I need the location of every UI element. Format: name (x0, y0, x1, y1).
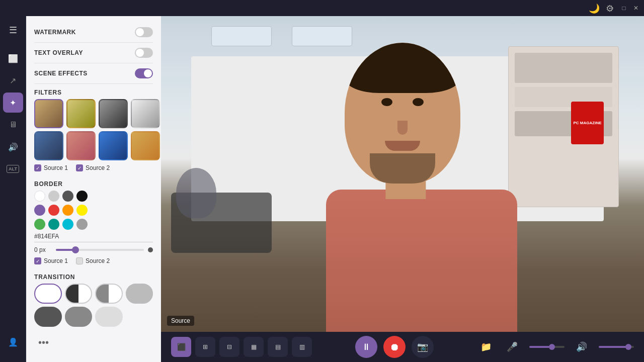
background-person (166, 168, 226, 268)
layout-3-icon: ⊟ (227, 343, 232, 350)
border-color-darkgray[interactable] (62, 191, 73, 202)
volume-thumb-1[interactable] (549, 344, 555, 350)
border-hex-input[interactable]: #814EFA (34, 233, 74, 240)
border-source1-check-icon: ✓ (34, 257, 41, 264)
layout-button-1[interactable]: ⬛ (171, 337, 191, 357)
person-mouth (385, 141, 420, 151)
layout-button-3[interactable]: ⊟ (219, 337, 239, 357)
border-source2-checkbox[interactable]: Source 2 (76, 257, 110, 264)
mic-button[interactable]: 🎤 (503, 338, 521, 356)
sidebar-item-scene[interactable]: ⬜ (3, 48, 23, 68)
layout-button-4[interactable]: ▦ (244, 337, 264, 357)
filters-source2-check-icon: ✓ (76, 164, 83, 171)
border-color-purple[interactable] (34, 205, 45, 216)
layout-button-6[interactable]: ▥ (292, 337, 312, 357)
watermark-toggle[interactable] (135, 27, 153, 37)
hamburger-menu-button[interactable]: ☰ (3, 20, 23, 40)
transition-item-3[interactable] (95, 284, 123, 304)
border-slider-thumb[interactable] (72, 246, 79, 253)
layout-buttons: ⬛ ⊞ ⊟ ▦ ▤ ▥ (171, 337, 312, 357)
more-options-button[interactable]: ••• (34, 335, 53, 350)
border-color-cyan[interactable] (62, 219, 73, 230)
audio-icon: 🔊 (8, 142, 18, 152)
border-source-row: ✓ Source 1 Source 2 (34, 257, 153, 264)
transition-item-5[interactable] (34, 307, 62, 327)
transition-item-6[interactable] (65, 307, 93, 327)
filters-grid (34, 99, 153, 160)
folder-button[interactable]: 📁 (477, 338, 495, 356)
screenshot-button[interactable]: 📷 (412, 336, 434, 358)
volume-slider-2[interactable] (599, 346, 634, 348)
sidebar-item-input[interactable]: ↗ (3, 70, 23, 90)
border-color-lightgray[interactable] (48, 191, 59, 202)
filter-thumb-2[interactable] (66, 99, 96, 128)
transition-item-2[interactable] (65, 284, 93, 304)
border-color-teal[interactable] (48, 219, 59, 230)
border-color-white[interactable] (34, 191, 45, 202)
close-button[interactable]: ✕ (632, 4, 640, 12)
scene-icon: ⬜ (8, 54, 18, 63)
sidebar-item-monitor[interactable]: 🖥 (3, 115, 23, 135)
layout-6-icon: ▥ (299, 343, 305, 350)
center-controls: ⏸ ⏺ 📷 (355, 336, 434, 358)
filter-thumb-1[interactable] (34, 99, 63, 128)
pause-button[interactable]: ⏸ (355, 336, 377, 358)
effects-icon: ✦ (10, 98, 16, 108)
border-color-orange[interactable] (62, 205, 73, 216)
layout-button-2[interactable]: ⊞ (195, 337, 215, 357)
filters-header: FILTERS (34, 84, 153, 99)
border-source1-checkbox[interactable]: ✓ Source 1 (34, 257, 68, 264)
volume-slider-1[interactable] (529, 346, 565, 348)
border-header: BORDER (34, 175, 153, 191)
sidebar-item-effects[interactable]: ✦ (3, 93, 23, 113)
sidebar-item-audio[interactable]: 🔊 (3, 137, 23, 157)
transition-item-1[interactable] (34, 284, 62, 304)
filters-source1-checkbox[interactable]: ✓ Source 1 (34, 164, 68, 171)
border-color-gray2[interactable] (76, 219, 88, 230)
person-torso (326, 190, 517, 332)
person-hair (345, 43, 460, 93)
filters-source2-checkbox[interactable]: ✓ Source 2 (76, 164, 110, 171)
monitor-icon: 🖥 (9, 120, 17, 129)
titlebar: − □ ✕ (0, 0, 644, 16)
filters-source-row: ✓ Source 1 ✓ Source 2 (34, 164, 153, 171)
border-color-green[interactable] (34, 219, 45, 230)
hamburger-icon: ☰ (9, 25, 17, 36)
sidebar-item-person[interactable]: 👤 (3, 332, 23, 352)
record-button[interactable]: ⏺ (383, 336, 406, 358)
border-color-black[interactable] (76, 191, 88, 202)
sidebar-item-alt[interactable]: ALT (3, 159, 23, 179)
speaker-button[interactable]: 🔊 (573, 338, 591, 356)
theme-toggle-button[interactable]: 🌙 (589, 3, 600, 14)
filter-thumb-5[interactable] (34, 131, 63, 160)
filter-thumb-6[interactable] (66, 131, 96, 160)
main-layout: ☰ ⬜ ↗ ✦ 🖥 🔊 ALT 👤 WATERMARK (0, 16, 644, 362)
gear-icon: ⚙ (606, 4, 614, 14)
more-options-row: ••• (34, 335, 153, 350)
pc-magazine: PC MAGAZINE (571, 102, 604, 144)
border-hex-row: #814EFA (34, 233, 153, 242)
border-color-red[interactable] (48, 205, 59, 216)
transitions-grid (34, 284, 153, 327)
transition-item-7[interactable] (95, 307, 123, 327)
scene-effects-toggle[interactable] (135, 68, 153, 78)
layout-button-5[interactable]: ▤ (268, 337, 288, 357)
ceiling-panel-1 (211, 26, 272, 46)
ceiling-panel-2 (292, 26, 352, 46)
maximize-button[interactable]: □ (620, 4, 628, 12)
filter-thumb-8[interactable] (131, 131, 160, 160)
border-color-yellow[interactable] (76, 205, 88, 216)
volume-thumb-2[interactable] (625, 344, 631, 350)
filter-thumb-7[interactable] (99, 131, 128, 160)
transition-item-4[interactable] (126, 284, 153, 304)
border-source2-check-icon (76, 257, 83, 264)
text-overlay-row: TEXT OVERLAY (34, 43, 153, 63)
source-label: Source (167, 316, 194, 326)
border-color-row3 (34, 219, 153, 230)
text-overlay-toggle[interactable] (135, 48, 153, 58)
settings-button[interactable]: ⚙ (606, 3, 614, 14)
border-slider-track[interactable] (56, 249, 144, 251)
filter-thumb-3[interactable] (99, 99, 128, 128)
filter-thumb-4[interactable] (131, 99, 160, 128)
right-controls: 📁 🎤 🔊 (477, 338, 634, 356)
